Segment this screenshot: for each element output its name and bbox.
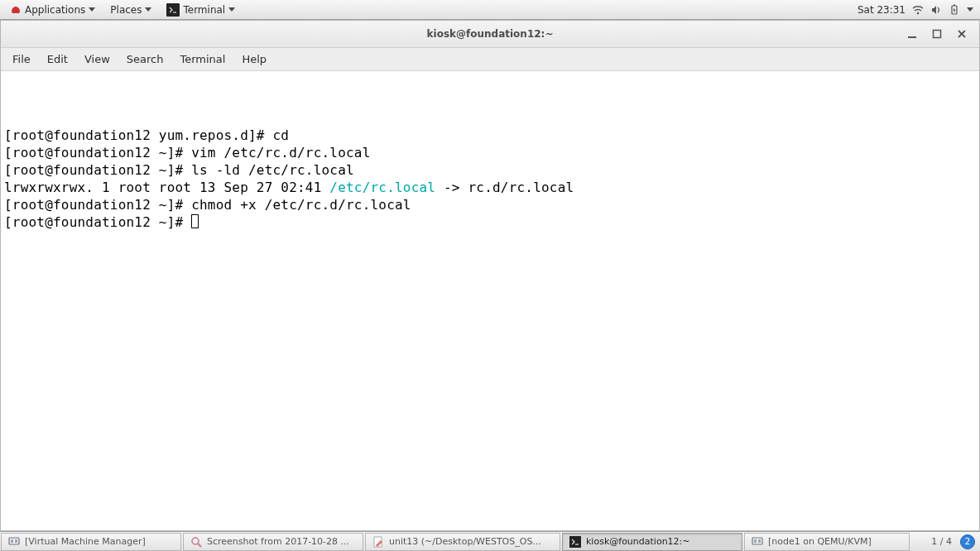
notification-badge[interactable]: 2 bbox=[960, 534, 975, 549]
svg-rect-11 bbox=[15, 539, 17, 543]
menu-edit[interactable]: Edit bbox=[39, 48, 76, 71]
menu-view[interactable]: View bbox=[76, 48, 118, 71]
text-cursor bbox=[191, 214, 199, 228]
svg-point-12 bbox=[192, 538, 199, 544]
svg-rect-0 bbox=[168, 5, 178, 15]
system-menu-chevron-icon[interactable] bbox=[967, 7, 973, 12]
applications-label: Applications bbox=[25, 4, 85, 16]
svg-rect-10 bbox=[11, 539, 13, 543]
terminal-window: kiosk@foundation12:~ File Edit View Sear… bbox=[0, 20, 980, 531]
task-label: Screenshot from 2017-10-28 ... bbox=[207, 536, 349, 547]
chevron-down-icon bbox=[89, 7, 95, 12]
svg-line-13 bbox=[198, 544, 201, 547]
taskbar: [Virtual Machine Manager] Screenshot fro… bbox=[0, 531, 980, 551]
menu-help[interactable]: Help bbox=[233, 48, 275, 71]
editor-icon bbox=[372, 536, 384, 548]
task-screenshot[interactable]: Screenshot from 2017-10-28 ... bbox=[183, 533, 363, 551]
terminal-body[interactable]: [root@foundation12 yum.repos.d]# cd [roo… bbox=[1, 71, 979, 530]
symlink-path: /etc/rc.local bbox=[329, 180, 435, 195]
svg-rect-4 bbox=[954, 4, 955, 6]
task-label: [node1 on QEMU/KVM] bbox=[768, 536, 872, 547]
chevron-down-icon bbox=[145, 7, 151, 12]
svg-rect-6 bbox=[934, 31, 941, 38]
svg-rect-9 bbox=[9, 538, 19, 544]
task-label: unit13 (~/Desktop/WESTOS_OS... bbox=[389, 536, 541, 547]
terminal-icon bbox=[166, 3, 180, 17]
current-app-label: Terminal bbox=[183, 4, 225, 16]
menubar: File Edit View Search Terminal Help bbox=[1, 48, 979, 71]
task-gedit[interactable]: unit13 (~/Desktop/WESTOS_OS... bbox=[365, 533, 560, 551]
menu-file[interactable]: File bbox=[4, 48, 39, 71]
top-panel: Applications Places Terminal Sat 23:31 bbox=[0, 0, 980, 20]
task-label: [Virtual Machine Manager] bbox=[25, 536, 146, 547]
titlebar[interactable]: kiosk@foundation12:~ bbox=[1, 21, 979, 48]
applications-menu[interactable]: Applications bbox=[3, 0, 102, 20]
vm-icon bbox=[8, 536, 20, 548]
close-button[interactable] bbox=[956, 28, 968, 40]
places-menu[interactable]: Places bbox=[103, 0, 158, 20]
svg-rect-17 bbox=[752, 538, 762, 544]
task-label: kiosk@foundation12:~ bbox=[586, 536, 690, 547]
workspace-indicator[interactable]: 1 / 4 bbox=[928, 536, 955, 547]
chevron-down-icon bbox=[228, 7, 235, 12]
task-terminal[interactable]: kiosk@foundation12:~ bbox=[562, 533, 742, 551]
svg-point-2 bbox=[917, 12, 920, 14]
magnifier-icon bbox=[190, 536, 202, 548]
svg-rect-19 bbox=[758, 539, 761, 543]
terminal-icon bbox=[569, 536, 581, 548]
battery-icon[interactable] bbox=[949, 4, 960, 16]
places-label: Places bbox=[110, 4, 142, 16]
task-vm-manager[interactable]: [Virtual Machine Manager] bbox=[1, 533, 181, 551]
gnome-hat-icon bbox=[10, 4, 22, 16]
terminal-output: [root@foundation12 yum.repos.d]# cd [roo… bbox=[4, 127, 976, 231]
vm-icon bbox=[752, 536, 763, 548]
clock[interactable]: Sat 23:31 bbox=[858, 4, 906, 16]
menu-search[interactable]: Search bbox=[118, 48, 172, 71]
maximize-button[interactable] bbox=[931, 28, 943, 40]
svg-rect-15 bbox=[569, 536, 581, 548]
svg-rect-18 bbox=[754, 539, 757, 543]
menu-terminal[interactable]: Terminal bbox=[171, 48, 233, 71]
wifi-icon[interactable] bbox=[912, 4, 924, 16]
current-app-menu[interactable]: Terminal bbox=[160, 0, 242, 20]
task-node1[interactable]: [node1 on QEMU/KVM] bbox=[744, 533, 910, 551]
minimize-button[interactable] bbox=[906, 28, 918, 40]
volume-icon[interactable] bbox=[930, 4, 942, 16]
window-title: kiosk@foundation12:~ bbox=[1, 28, 979, 40]
